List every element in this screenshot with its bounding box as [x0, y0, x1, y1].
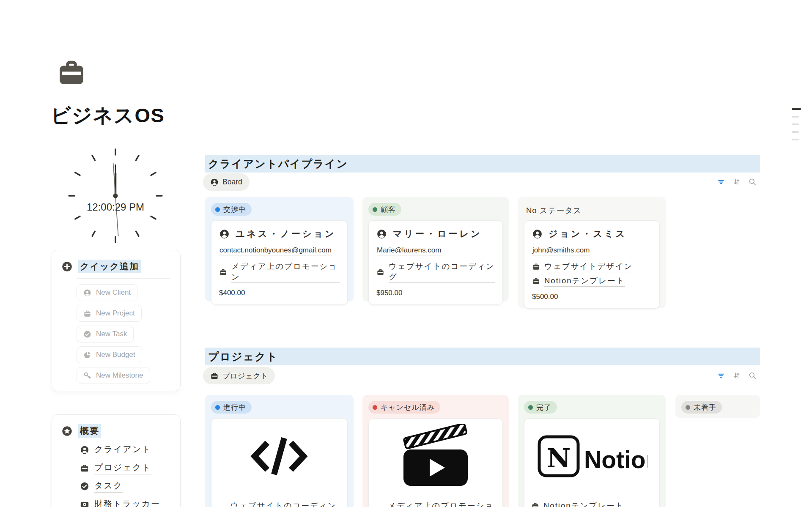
briefcase-icon [219, 268, 227, 276]
toc-line-active[interactable] [792, 108, 801, 110]
person-icon [219, 229, 230, 239]
quick-add-title: クイック追加 [78, 260, 141, 273]
divider [77, 278, 170, 279]
briefcase-icon [80, 463, 89, 473]
status-dot [373, 405, 377, 410]
status-dot [215, 207, 220, 212]
related-project-link[interactable]: ウェブサイトのコーディング [376, 261, 495, 283]
briefcase-icon [532, 263, 540, 271]
project-cover-image: N Notion [524, 419, 659, 494]
digital-time: 12:00:29 PM [65, 201, 166, 213]
overview-link-tasks[interactable]: タスク [80, 480, 123, 493]
sort-icon[interactable] [732, 371, 741, 380]
projects-toolbar [717, 371, 757, 380]
person-icon [376, 229, 387, 239]
toc-line[interactable] [792, 131, 799, 133]
status-dot [373, 207, 377, 212]
briefcase-icon [210, 372, 219, 380]
briefcase-icon [531, 502, 539, 507]
project-card[interactable]: メディア上のプロモーション [368, 418, 503, 507]
filter-icon[interactable] [717, 178, 725, 186]
project-cover-image [369, 419, 502, 494]
status-badge[interactable]: キャンセル済み [368, 401, 440, 414]
status-badge[interactable]: 進行中 [211, 401, 252, 414]
star-circle-icon [61, 425, 73, 437]
status-label[interactable]: No ステータス [526, 205, 660, 216]
project-column-cancelled: キャンセル済み [362, 395, 509, 507]
overview-link-clients[interactable]: クライアント [80, 444, 151, 456]
related-project-link[interactable]: Notionテンプレート [532, 275, 652, 287]
clapperboard-play-icon [398, 424, 473, 488]
status-dot [686, 405, 690, 410]
pie-chart-icon [83, 351, 91, 359]
new-milestone-button[interactable]: New Milestone [77, 367, 150, 384]
overview-title: 概要 [78, 424, 101, 438]
status-dot [215, 405, 220, 410]
project-title: Notionテンプレート [543, 500, 624, 507]
pipeline-section-title: クライアントパイプライン [205, 155, 760, 173]
deal-amount: $400.00 [219, 289, 340, 297]
pipeline-column-negotiating: 交渉中 ユネス・ノーション contact.notionbyounes@gmai… [205, 197, 354, 301]
tab-board-view[interactable]: Board [203, 173, 250, 191]
client-email-link[interactable]: john@smiths.com [532, 246, 590, 255]
project-column-not-started: 未着手 [675, 395, 760, 418]
pipeline-column-no-status: No ステータス ジョン・スミス john@smiths.com ウェブサイトデ… [518, 197, 666, 308]
page-title: ビジネスOS [51, 102, 165, 129]
person-icon [80, 445, 89, 455]
status-badge[interactable]: 完了 [524, 401, 557, 414]
key-icon [83, 372, 91, 380]
status-badge[interactable]: 交渉中 [211, 203, 252, 216]
banknote-icon [80, 500, 89, 507]
briefcase-icon [532, 277, 540, 285]
briefcase-page-logo-icon [55, 57, 88, 88]
notion-page: ビジネスOS 12:00:29 PM クイック追加 [0, 0, 812, 507]
client-name: マリー・ローレン [393, 228, 482, 240]
search-icon[interactable] [748, 371, 757, 380]
project-title: ウェブサイトのコーディング [230, 500, 340, 507]
project-title: メディア上のプロモーション [388, 500, 496, 507]
client-card[interactable]: マリー・ローレン Marie@laurens.com ウェブサイトのコーディング… [368, 220, 503, 305]
status-badge[interactable]: 未着手 [681, 401, 722, 414]
person-icon [83, 289, 91, 297]
svg-text:N: N [546, 443, 571, 474]
new-task-button[interactable]: New Task [77, 326, 134, 343]
plus-circle-icon [61, 261, 73, 272]
person-icon [532, 229, 543, 239]
client-card[interactable]: ジョン・スミス john@smiths.com ウェブサイトデザイン Notio… [524, 220, 660, 309]
status-badge[interactable]: 顧客 [368, 203, 401, 216]
overview-link-finance-tracker[interactable]: 財務トラッカー [80, 498, 160, 507]
code-icon [248, 433, 311, 480]
status-dot [528, 405, 533, 410]
projects-section-title: プロジェクト [205, 348, 760, 365]
toc-line[interactable] [792, 139, 799, 140]
search-icon[interactable] [748, 178, 757, 186]
project-cover-image [211, 419, 347, 494]
filter-icon[interactable] [717, 371, 725, 380]
project-card[interactable]: ウェブサイトのコーディング [211, 418, 348, 507]
check-circle-icon [83, 330, 91, 338]
pipeline-toolbar [717, 178, 757, 186]
client-email-link[interactable]: contact.notionbyounes@gmail.com [219, 246, 332, 255]
client-email-link[interactable]: Marie@laurens.com [377, 246, 441, 255]
quick-add-panel: クイック追加 New Client New Project New Task N… [52, 250, 181, 391]
overview-link-projects[interactable]: プロジェクト [80, 462, 151, 474]
sort-icon[interactable] [732, 178, 741, 186]
deal-amount: $500.00 [532, 293, 652, 301]
toc-line[interactable] [792, 116, 799, 118]
briefcase-icon [376, 268, 384, 276]
notion-logo: N Notion [537, 434, 647, 478]
tab-projects-view[interactable]: プロジェクト [203, 367, 275, 384]
overview-panel: 概要 クライアント プロジェクト タスク 財務トラッカー [52, 414, 181, 507]
analog-clock [65, 145, 166, 247]
new-client-button[interactable]: New Client [77, 284, 137, 301]
related-project-link[interactable]: メディア上のプロモーション [219, 261, 340, 283]
svg-text:Notion: Notion [584, 446, 647, 473]
toc-line[interactable] [792, 123, 799, 125]
project-card[interactable]: N Notion Notionテンプレート [524, 418, 660, 507]
client-card[interactable]: ユネス・ノーション contact.notionbyounes@gmail.co… [211, 220, 348, 305]
briefcase-icon [83, 310, 91, 318]
related-project-link[interactable]: ウェブサイトデザイン [532, 261, 652, 272]
new-budget-button[interactable]: New Budget [77, 346, 142, 363]
client-name: ジョン・スミス [549, 228, 627, 240]
new-project-button[interactable]: New Project [77, 305, 142, 322]
